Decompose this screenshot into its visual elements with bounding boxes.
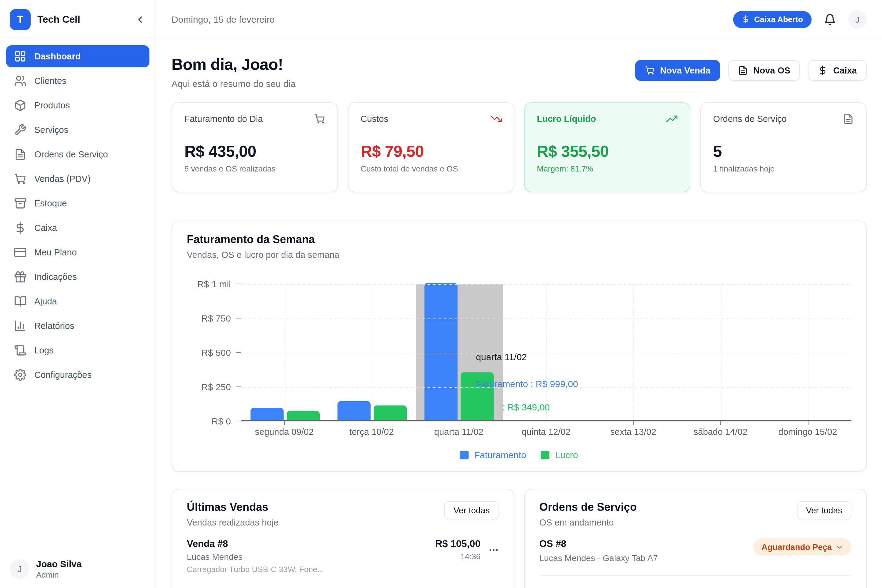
stat-value: 5	[713, 142, 854, 161]
page-title: Bom dia, Joao!	[171, 55, 296, 74]
sidebar-item-servicos[interactable]: Serviços	[6, 119, 150, 141]
topbar-avatar[interactable]: J	[848, 10, 867, 28]
sidebar-item-label: Estoque	[34, 198, 67, 208]
file-text-icon	[738, 66, 748, 75]
y-axis-label: R$ 0	[212, 416, 231, 426]
sidebar-item-ordens-de-servico[interactable]: Ordens de Serviço	[6, 143, 150, 165]
chart-category-7[interactable]	[764, 284, 851, 420]
sidebar-item-vendas-pdv[interactable]: Vendas (PDV)	[6, 168, 150, 190]
sidebar-item-produtos[interactable]: Produtos	[6, 94, 150, 116]
wrench-icon	[14, 124, 26, 136]
scroll-icon	[14, 344, 26, 357]
os-client: Lucas Mendes - Galaxy Tab A7	[539, 553, 658, 563]
file-text-icon	[843, 113, 854, 124]
chart-category-6[interactable]	[677, 284, 764, 420]
stat-title: Custos	[361, 114, 388, 124]
os-view-all-button[interactable]: Ver todas	[797, 501, 851, 519]
faturamento-bar[interactable]	[338, 401, 370, 420]
stat-card-ordens: Ordens de Serviço 5 1 finalizadas hoje	[700, 102, 867, 192]
gridline	[285, 284, 285, 420]
users-icon	[14, 75, 26, 87]
gift-icon	[14, 271, 26, 283]
main-area: Domingo, 15 de fevereiro Caixa Aberto J …	[156, 0, 882, 588]
nova-os-button[interactable]: Nova OS	[728, 60, 800, 81]
more-options-icon[interactable]	[488, 544, 499, 555]
page-subtitle: Aqui está o resumo do seu dia	[171, 78, 296, 89]
package-icon	[14, 99, 26, 111]
faturamento-bar[interactable]	[250, 408, 283, 420]
sidebar-nav: DashboardClientesProdutosServiçosOrdens …	[0, 39, 156, 551]
dashboard-content: Bom dia, Joao! Aqui está o resumo do seu…	[156, 39, 882, 588]
gridline	[242, 318, 851, 319]
sale-row[interactable]: Venda #8 Lucas Mendes Carregador Turbo U…	[187, 538, 499, 574]
stats-row: Faturamento do Dia R$ 435,00 5 vendas e …	[171, 102, 867, 192]
trending-down-icon	[490, 113, 501, 124]
chart-category-2[interactable]	[328, 284, 416, 420]
sidebar-item-logs[interactable]: Logs	[6, 339, 150, 362]
sidebar-item-indicacoes[interactable]: Indicações	[6, 266, 150, 288]
sale-client: Lucas Mendes	[187, 552, 324, 562]
stat-title: Ordens de Serviço	[713, 114, 787, 124]
sidebar-item-clientes[interactable]: Clientes	[6, 70, 150, 92]
x-axis-tick	[459, 422, 459, 425]
chart-category-5[interactable]	[590, 284, 677, 420]
nova-venda-button[interactable]: Nova Venda	[635, 60, 720, 81]
chart-category-3[interactable]	[416, 284, 503, 420]
sidebar-item-label: Configurações	[34, 370, 92, 380]
app-logo-letter: T	[17, 13, 24, 26]
caixa-aberto-badge[interactable]: Caixa Aberto	[734, 11, 812, 28]
current-date: Domingo, 15 de fevereiro	[171, 14, 275, 24]
archive-icon	[14, 197, 26, 210]
chart-category-4[interactable]	[503, 284, 590, 420]
sidebar-item-ajuda[interactable]: Ajuda	[6, 290, 150, 312]
chart-x-axis: segunda 09/02terça 10/02quarta 11/02quin…	[241, 422, 851, 442]
bell-icon[interactable]	[824, 13, 836, 26]
sidebar-item-dashboard[interactable]: Dashboard	[6, 45, 150, 68]
sidebar-item-relatorios[interactable]: Relatórios	[6, 315, 150, 337]
latest-sales-title: Últimas Vendas	[187, 501, 279, 514]
dollar-icon	[14, 222, 26, 234]
sidebar-item-label: Meu Plano	[34, 248, 77, 257]
sidebar-item-caixa[interactable]: Caixa	[6, 217, 150, 239]
sidebar-item-estoque[interactable]: Estoque	[6, 192, 150, 214]
legend-item-lucro[interactable]: Lucro	[541, 450, 578, 460]
sale-id: Venda #8	[187, 538, 324, 549]
service-orders-title: Ordens de Serviço	[539, 501, 637, 514]
stat-title: Faturamento do Dia	[184, 114, 263, 124]
lucro-bar[interactable]	[286, 411, 320, 420]
sidebar-item-meu-plano[interactable]: Meu Plano	[6, 242, 150, 263]
sidebar-item-configuracoes[interactable]: Configurações	[6, 364, 150, 386]
y-axis-tick	[236, 352, 242, 353]
lucro-bar[interactable]	[460, 372, 494, 420]
chart-plot[interactable]: quarta 11/02 Faturamento : R$ 999,00 : R…	[241, 284, 851, 422]
sidebar-item-label: Produtos	[34, 100, 70, 110]
os-status-badge[interactable]: Aguardando Peça	[753, 538, 851, 555]
sales-view-all-button[interactable]: Ver todas	[444, 501, 499, 519]
sidebar-item-label: Indicações	[34, 272, 77, 282]
sidebar-user[interactable]: J Joao Silva Admin	[8, 551, 148, 588]
caixa-aberto-label: Caixa Aberto	[754, 15, 803, 24]
x-axis-label: sexta 13/02	[590, 422, 677, 442]
sidebar-item-label: Vendas (PDV)	[34, 174, 91, 184]
x-axis-tick	[808, 422, 808, 425]
sidebar-item-label: Dashboard	[34, 51, 81, 61]
dollar-icon	[742, 15, 750, 23]
caixa-button[interactable]: Caixa	[808, 60, 867, 81]
faturamento-bar[interactable]	[424, 283, 458, 420]
dashboard-icon	[14, 50, 26, 63]
gridline	[242, 353, 851, 353]
chart-y-axis: R$ 1 milR$ 750R$ 500R$ 250R$ 0	[187, 284, 241, 422]
cart-icon	[645, 66, 654, 75]
sidebar-collapse-icon[interactable]	[135, 14, 146, 25]
lucro-bar[interactable]	[374, 405, 407, 420]
gridline	[634, 284, 634, 420]
chart-category-1[interactable]	[242, 284, 328, 420]
x-axis-label: quinta 12/02	[502, 422, 590, 442]
latest-sales-subtitle: Vendas realizadas hoje	[187, 518, 279, 527]
file-text-icon	[14, 148, 26, 160]
os-row[interactable]: OS #8 Lucas Mendes - Galaxy Tab A7 Aguar…	[539, 538, 851, 563]
gridline	[242, 387, 851, 388]
chart-title: Faturamento da Semana	[187, 233, 851, 246]
legend-item-faturamento[interactable]: Faturamento	[460, 450, 526, 460]
sidebar-item-label: Relatórios	[34, 321, 74, 331]
